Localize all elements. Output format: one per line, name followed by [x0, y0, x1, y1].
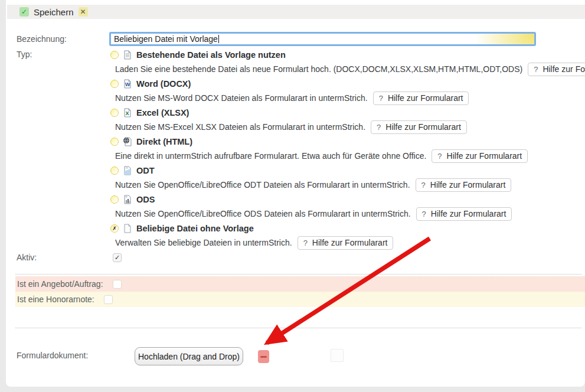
typ-option-excel: X Excel (XLSX) Nutzen Sie MS-Excel XLSX … [109, 105, 585, 134]
bezeichnung-input-value: Beliebigen Datei mit Vorlage [114, 34, 218, 44]
help-button-word[interactable]: ? Hilfe zur Formularart [373, 92, 469, 105]
help-button-direkt[interactable]: ? Hilfe zur Formularart [432, 149, 528, 163]
aktiv-label: Aktiv: [17, 253, 37, 262]
option-title: Word (DOCX) [136, 79, 191, 89]
question-icon: ? [379, 94, 383, 103]
help-button-bestehende[interactable]: ? Hilfe zur Formularart [528, 63, 585, 76]
svg-text:X: X [126, 110, 129, 116]
typ-options-list: Bestehende Datei als Vorlage nutzen Lade… [109, 47, 585, 250]
angebot-checkbox[interactable] [113, 280, 122, 289]
question-icon: ? [377, 123, 381, 132]
formulardokument-label: Formulardokument: [17, 351, 88, 360]
option-title: Direkt (HTML) [136, 137, 192, 146]
angebot-label: Ist ein Angebot/Auftrag: [17, 279, 103, 289]
option-desc: Nutzen Sie OpenOffice/LibreOffice ODS Da… [115, 209, 411, 218]
option-title: Excel (XLSX) [136, 108, 189, 117]
blank-file-icon [123, 224, 132, 233]
option-desc: Nutzen Sie MS-Word DOCX Dateien als Form… [115, 93, 368, 103]
document-preview-box[interactable] [331, 349, 344, 362]
save-button[interactable]: ✓ Speichern [19, 7, 74, 17]
typ-option-word: W Word (DOCX) Nutzen Sie MS-Word DOCX Da… [109, 76, 585, 105]
help-button-excel[interactable]: ? Hilfe zur Formularart [371, 120, 467, 134]
typ-option-odt: ODT Nutzen Sie OpenOffice/LibreOffice OD… [109, 163, 585, 192]
typ-option-direkt-html: Direkt (HTML) Eine direkt in untermStric… [109, 134, 585, 163]
option-desc: Nutzen Sie OpenOffice/LibreOffice ODT Da… [115, 180, 410, 190]
minus-icon [260, 356, 267, 358]
option-desc: Verwalten Sie beliebige Dateien in unter… [115, 238, 292, 247]
text-caret [218, 35, 219, 43]
typ-option-ods: ODS Nutzen Sie OpenOffice/LibreOffice OD… [109, 192, 585, 221]
odt-icon [123, 166, 132, 175]
upload-button[interactable]: Hochladen (Drag and Drop) [135, 347, 243, 365]
help-button-odt[interactable]: ? Hilfe zur Formularart [416, 178, 512, 192]
radio-bestehende-datei[interactable] [110, 51, 119, 59]
help-button-ods[interactable]: ? Hilfe zur Formularart [416, 207, 512, 221]
option-desc: Laden Sie eine bestehende Datei als neue… [115, 64, 522, 74]
option-title: ODS [136, 195, 155, 204]
option-title: ODT [136, 166, 155, 175]
html-globe-icon [123, 137, 132, 146]
option-desc: Nutzen Sie MS-Excel XLSX Dateien als For… [115, 122, 365, 132]
bezeichnung-input[interactable]: Beliebigen Datei mit Vorlage [109, 32, 536, 46]
separator [15, 328, 581, 328]
honorarnote-label: Ist eine Honorarnote: [17, 295, 94, 304]
help-button-beliebige[interactable]: ? Hilfe zur Formularart [298, 236, 394, 250]
question-icon: ? [303, 239, 308, 247]
toolbar: ✓ Speichern ✕ [7, 5, 585, 19]
option-desc: Eine direkt in untermStrich aufrufbare F… [115, 151, 426, 161]
question-icon: ? [534, 65, 538, 74]
separator [15, 274, 581, 275]
radio-direkt-html[interactable] [110, 138, 119, 146]
content-panel: ✓ Speichern ✕ Bezeichnung: Beliebigen Da… [6, 0, 585, 387]
aktiv-checkbox[interactable]: ✓ [113, 253, 122, 262]
radio-ods[interactable] [110, 195, 119, 204]
angebot-row: Ist ein Angebot/Auftrag: [15, 276, 585, 292]
svg-text:W: W [125, 81, 130, 87]
radio-odt[interactable] [110, 166, 119, 175]
typ-option-beliebige-datei: ✗ Beliebige Datei ohne Vorlage Verwalten… [109, 221, 585, 250]
document-template-icon [123, 50, 132, 60]
remove-document-button[interactable] [258, 350, 269, 363]
radio-word[interactable] [110, 80, 119, 88]
honorarnote-row: Ist eine Honorarnote: [15, 292, 585, 307]
honorarnote-checkbox[interactable] [104, 295, 113, 304]
excel-icon: X [123, 108, 132, 117]
typ-option-bestehende-datei: Bestehende Datei als Vorlage nutzen Lade… [109, 47, 585, 76]
option-title: Beliebige Datei ohne Vorlage [136, 224, 254, 233]
save-button-label: Speichern [34, 7, 74, 17]
formularart-editor-screen: ✓ Speichern ✕ Bezeichnung: Beliebigen Da… [0, 0, 585, 392]
cancel-button[interactable]: ✕ [79, 7, 88, 17]
option-title: Bestehende Datei als Vorlage nutzen [136, 50, 286, 60]
typ-label: Typ: [17, 50, 32, 59]
question-icon: ? [437, 152, 442, 161]
question-icon: ? [422, 210, 426, 218]
radio-beliebige-datei-selected[interactable]: ✗ [110, 224, 119, 233]
save-check-icon[interactable]: ✓ [19, 7, 29, 17]
word-icon: W [123, 79, 132, 89]
radio-excel[interactable] [110, 109, 119, 117]
bezeichnung-label: Bezeichnung: [17, 34, 67, 44]
ods-icon [123, 195, 132, 204]
question-icon: ? [421, 181, 426, 190]
